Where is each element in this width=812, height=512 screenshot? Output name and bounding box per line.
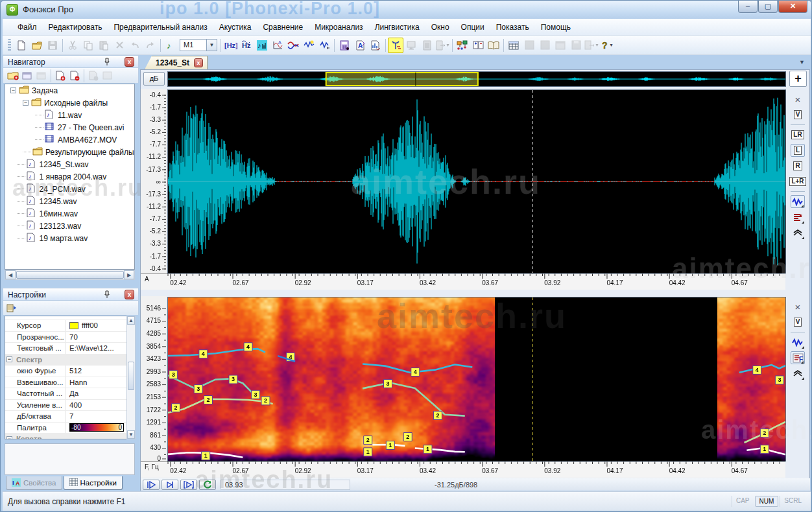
tab-properties[interactable]: IAСвойства	[6, 476, 62, 490]
zoom-add-button[interactable]: +	[789, 71, 807, 87]
expand-collapse-icon[interactable]: −	[23, 100, 29, 106]
prop-value[interactable]: 7	[66, 411, 126, 422]
blue-wave-button[interactable]	[791, 195, 805, 208]
menu-item-microanalysis[interactable]: Микроанализ	[309, 20, 368, 34]
prop-value[interactable]: ffff00	[66, 320, 126, 331]
book-button[interactable]	[486, 38, 501, 53]
tab-close-icon[interactable]: x	[194, 58, 203, 67]
settings-close-icon[interactable]: x	[125, 290, 134, 299]
collapse-icon[interactable]: −	[6, 436, 12, 439]
f-spectrum-button[interactable]: F	[791, 351, 805, 364]
play-from-cursor-button[interactable]	[143, 480, 160, 490]
scroll-down-icon[interactable]: ▼	[127, 430, 135, 439]
chevron-button[interactable]	[791, 226, 805, 239]
scroll-up-icon[interactable]: ▲	[127, 316, 135, 325]
tree-item-task[interactable]: −Задача	[5, 84, 134, 97]
play-note-button[interactable]: ♪	[163, 38, 178, 53]
antenna-button[interactable]	[388, 38, 403, 53]
chevron-button[interactable]	[791, 367, 805, 380]
spectrogram-plot[interactable]	[167, 297, 786, 461]
scroll-right-icon[interactable]: ▶	[124, 270, 134, 279]
dual-wave-button[interactable]	[285, 38, 301, 53]
palette-gradient[interactable]: -800	[69, 423, 124, 432]
doc-a-button[interactable]: A	[352, 38, 368, 53]
tree-item-19-march-wav[interactable]: ♪19 марта.wav	[5, 232, 134, 244]
folder-add-button[interactable]	[6, 69, 20, 82]
compare-docs-button[interactable]	[470, 38, 486, 53]
spectrogram-channel-v-button[interactable]: V	[791, 316, 805, 329]
prop-value[interactable]: Да	[66, 388, 126, 399]
prop-value[interactable]: Hann	[66, 377, 126, 388]
menu-item-help[interactable]: Помощь	[535, 20, 577, 34]
wave-arrows-button[interactable]	[316, 38, 332, 53]
expand-collapse-icon[interactable]: −	[10, 87, 16, 93]
hz-wave-button[interactable]: Hz	[239, 38, 254, 53]
pin-icon[interactable]	[103, 58, 111, 66]
navigator-hscrollbar[interactable]: ◀ ▶	[5, 270, 135, 280]
spectrogram-close-icon[interactable]: ×	[791, 300, 805, 313]
window-add-button[interactable]	[20, 69, 34, 82]
prop-value[interactable]: 70	[66, 332, 126, 343]
waveform-channel-v-button[interactable]: V	[791, 108, 805, 121]
open-folder-button[interactable]	[29, 38, 45, 53]
blue-wave-button[interactable]	[791, 336, 805, 349]
tab-list-dropdown-icon[interactable]: ▼	[799, 59, 805, 65]
note-spectrum-button[interactable]: ♪	[254, 38, 270, 53]
menu-item-window[interactable]: Окно	[425, 20, 455, 34]
tree-item-123123-wav[interactable]: ♪123123.wav	[5, 220, 134, 232]
prop-value[interactable]: 400	[66, 400, 126, 411]
file-plus-button[interactable]	[53, 69, 67, 82]
tree-item-16min-wav[interactable]: ♪16мин.wav	[5, 207, 134, 220]
tree-item-jan-2004-wav[interactable]: ♪1 января 2004.wav	[5, 170, 134, 183]
menu-item-show[interactable]: Показать	[490, 20, 535, 34]
pin-icon[interactable]	[103, 290, 111, 299]
prop-value[interactable]: E:\Wave\12...	[66, 343, 126, 354]
chevron-down-icon[interactable]: ▾	[595, 42, 598, 48]
scroll-thumb[interactable]	[128, 362, 134, 390]
close-button[interactable]: ✕	[778, 1, 807, 13]
flowchart-button[interactable]	[455, 38, 470, 53]
db-scale-button[interactable]: дБ	[143, 72, 165, 86]
calculator-button[interactable]	[337, 38, 352, 53]
document-tab[interactable]: 12345_St x	[145, 56, 208, 69]
overview-strip[interactable]	[167, 71, 786, 87]
menu-item-pre-analysis[interactable]: Предварительный анализ	[108, 20, 213, 34]
tree-item-result-files[interactable]: Результирующие файлы	[5, 146, 134, 158]
navigator-close-icon[interactable]: x	[125, 57, 134, 67]
tree-item-amba-mov[interactable]: AMBA4627.MOV	[5, 134, 134, 146]
chevron-down-icon[interactable]: ▾	[446, 42, 449, 48]
play-selection-button[interactable]	[180, 480, 197, 490]
scroll-left-icon[interactable]: ◀	[5, 270, 16, 279]
mode-select[interactable]: M1▼	[180, 39, 217, 51]
menu-item-acoustics[interactable]: Акустика	[213, 20, 257, 34]
menu-item-file[interactable]: Файл	[12, 20, 43, 34]
tree-item-queen-avi[interactable]: 27 - The Queen.avi	[5, 121, 134, 134]
waveform-channel-lr-button[interactable]: LR	[791, 128, 805, 141]
tree-item-source-files[interactable]: −Исходные файлы	[5, 97, 134, 109]
help-button[interactable]: ?▾	[599, 38, 615, 53]
waveform-channel-r-button[interactable]: R	[791, 159, 805, 172]
prop-value[interactable]: -800	[66, 423, 126, 434]
tree-item-24-pcm-wav[interactable]: ♪24_PCM.wav	[5, 183, 134, 195]
wave-star-button[interactable]	[301, 38, 316, 53]
axis-wave-button[interactable]: A	[270, 38, 285, 53]
refresh-button[interactable]	[199, 480, 216, 490]
menu-item-edit[interactable]: Редактировать	[43, 20, 108, 34]
title-bar[interactable]: ipo 1.0 [Phonexi-Pro 1.0] Ф Фонэкси Про …	[1, 1, 812, 19]
prop-value[interactable]: 512	[66, 366, 126, 377]
tree-item-12345-st-wav[interactable]: ♪12345_St.wav	[5, 158, 134, 170]
settings-vscrollbar[interactable]: ▲ ▼	[126, 316, 136, 439]
waveform-close-icon[interactable]: ×	[791, 93, 805, 106]
minimize-button[interactable]: –	[738, 1, 758, 13]
cursor-position-field[interactable]: 03.93	[221, 480, 350, 490]
doc-chart-button[interactable]	[368, 38, 383, 53]
table-button[interactable]	[506, 38, 521, 53]
play-fragment-button[interactable]	[161, 480, 178, 490]
tab-settings[interactable]: Настройки	[64, 476, 123, 490]
maximize-button[interactable]: ▢	[758, 1, 778, 13]
scroll-thumb[interactable]	[16, 271, 124, 279]
menu-item-linguistics[interactable]: Лингвистика	[369, 20, 425, 34]
chevron-down-icon[interactable]: ▾	[610, 42, 612, 48]
tree-item-11-wav[interactable]: ♪11.wav	[5, 109, 134, 121]
collapse-icon[interactable]: −	[6, 356, 12, 362]
